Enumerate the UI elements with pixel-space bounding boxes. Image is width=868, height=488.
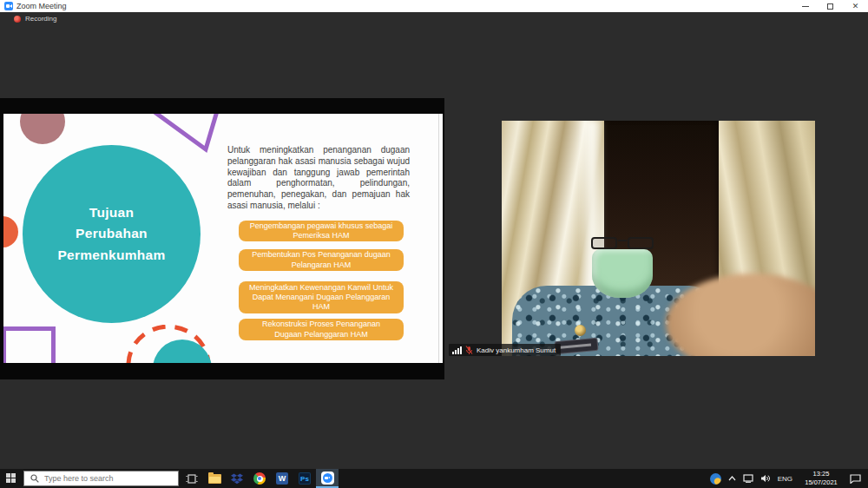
maximize-icon (827, 3, 833, 10)
hidden-icons-chevron-icon[interactable] (728, 476, 736, 481)
windows-logo-icon (6, 473, 16, 484)
participant-name-label: Kadiv yankumham Sumut (449, 344, 561, 356)
tray-clock[interactable]: 13:25 15/07/2021 (799, 470, 843, 487)
slide-edge-line (438, 114, 439, 363)
recording-indicator: Recording (14, 15, 56, 23)
window-controls: ✕ (792, 0, 868, 12)
participant-person (502, 121, 815, 356)
signal-bars-icon (452, 346, 462, 354)
slide-bullet-box-1: Pengembangan pegawai khusus sebagai Peme… (239, 221, 404, 241)
language-indicator[interactable]: ENG (778, 475, 792, 483)
file-explorer-button[interactable] (203, 469, 226, 488)
file-explorer-icon (208, 474, 221, 484)
chrome-icon (253, 472, 266, 485)
search-input[interactable] (44, 474, 166, 483)
dropbox-icon (231, 473, 243, 485)
orange-halfcircle-shape (3, 216, 18, 247)
minimize-icon (802, 6, 809, 7)
shirt-pin (575, 325, 586, 336)
task-view-button[interactable] (181, 469, 203, 488)
close-icon: ✕ (852, 3, 859, 10)
participant-video (502, 121, 815, 356)
minimize-button[interactable] (792, 0, 818, 12)
slide-bullet-box-4: Rekonstruksi Proses Penanganan Dugaan Pe… (239, 319, 404, 340)
taskbar-search[interactable] (23, 471, 179, 486)
purple-triangle-shape (138, 114, 225, 154)
word-button[interactable]: W (271, 469, 293, 488)
network-icon[interactable] (743, 474, 753, 483)
windows-taskbar: W Ps ENG 13:2 (0, 469, 868, 488)
system-tray: ENG 13:25 15/07/2021 (710, 469, 868, 488)
zoom-app-icon (4, 2, 13, 10)
slide-title: Tujuan Perubahan Permenkumham (57, 202, 165, 265)
tray-time: 13:25 (799, 470, 843, 478)
chrome-button[interactable] (248, 469, 271, 488)
person-glasses (591, 237, 654, 250)
mic-muted-icon (465, 346, 473, 355)
zoom-icon (321, 472, 334, 485)
start-button[interactable] (0, 469, 23, 488)
recording-label: Recording (25, 15, 56, 23)
word-icon: W (276, 472, 288, 485)
person-face-mask (592, 249, 653, 298)
participant-video-tile: Kadiv yankumham Sumut (447, 121, 868, 356)
shared-screen-stage: Tujuan Perubahan Permenkumham Untuk meni… (0, 98, 444, 379)
slide-bullet-box-2: Pembentukan Pos Penanganan dugaan Pelang… (239, 249, 404, 271)
tray-date: 15/07/2021 (799, 478, 843, 487)
slide-title-circle: Tujuan Perubahan Permenkumham (23, 145, 201, 323)
slide-bullet-box-3: Meningkatkan Kewenangan Kanwil Untuk Dap… (239, 281, 404, 313)
mauve-circle-shape (20, 114, 65, 144)
presentation-slide: Tujuan Perubahan Permenkumham Untuk meni… (3, 114, 443, 363)
search-icon (30, 474, 39, 483)
zoom-taskbar-button[interactable] (316, 469, 339, 488)
taskbar-app-icons: W Ps (181, 469, 339, 488)
close-button[interactable]: ✕ (843, 0, 868, 12)
purple-square-shape (3, 326, 56, 363)
photoshop-button[interactable]: Ps (293, 469, 316, 488)
dropbox-button[interactable] (226, 469, 248, 488)
zoom-meeting-window: Zoom Meeting ✕ Recording Tujuan Perubaha… (0, 0, 868, 488)
action-center-icon[interactable] (850, 474, 861, 484)
photoshop-icon: Ps (299, 472, 311, 485)
tray-app-icon[interactable] (710, 473, 721, 485)
title-bar: Zoom Meeting ✕ (0, 0, 868, 12)
participant-name: Kadiv yankumham Sumut (477, 346, 556, 354)
recording-dot-icon (14, 16, 21, 23)
slide-paragraph: Untuk meningkatkan penanganan dugaan pel… (227, 145, 410, 212)
task-view-icon (186, 474, 198, 484)
speaker-icon[interactable] (760, 474, 771, 483)
maximize-button[interactable] (818, 0, 843, 12)
window-title: Zoom Meeting (16, 0, 67, 12)
